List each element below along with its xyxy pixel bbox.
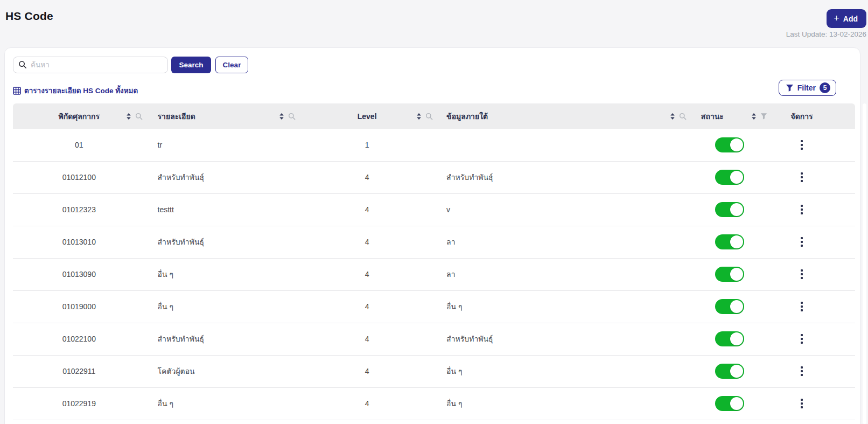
content-card: Search Clear ตารางรายละเอียด HS Code ทั้… — [4, 47, 860, 424]
sort-icon[interactable] — [670, 113, 675, 120]
toggle-knob — [730, 171, 743, 184]
status-toggle[interactable] — [715, 137, 744, 152]
clear-button[interactable]: Clear — [215, 57, 248, 73]
cell-level: 4 — [298, 290, 436, 323]
kebab-menu-icon[interactable] — [797, 203, 806, 217]
cell-hs-code: 01022911 — [13, 355, 145, 387]
column-search-icon[interactable] — [288, 113, 296, 120]
cell-level: 4 — [298, 258, 436, 290]
column-label: สถานะ — [701, 112, 724, 121]
toggle-knob — [730, 397, 743, 410]
column-filter-icon[interactable] — [760, 113, 767, 120]
plus-icon: + — [834, 13, 839, 23]
cell-actions — [770, 226, 855, 258]
cell-level: 4 — [298, 193, 436, 226]
cell-hs-code: 01019000 — [13, 290, 145, 323]
cell-status — [689, 193, 770, 226]
add-button[interactable]: + Add — [827, 9, 866, 28]
status-toggle[interactable] — [715, 299, 744, 314]
kebab-menu-icon[interactable] — [797, 235, 806, 249]
add-button-label: Add — [843, 15, 858, 23]
column-search-icon[interactable] — [135, 113, 143, 120]
cell-under: อื่น ๆ — [436, 355, 689, 387]
toggle-knob — [730, 235, 743, 248]
cell-hs-code: 01012100 — [13, 161, 145, 193]
cell-level: 4 — [298, 161, 436, 193]
status-toggle[interactable] — [715, 170, 744, 185]
cell-under: ลา — [436, 226, 689, 258]
column-label: รายละเอียด — [158, 112, 195, 121]
status-toggle[interactable] — [715, 202, 744, 217]
column-header-under[interactable]: ข้อมูลภายใต้ — [436, 103, 689, 129]
column-label: ข้อมูลภายใต้ — [446, 112, 488, 121]
cell-hs-code: 01012323 — [13, 193, 145, 226]
cell-status — [689, 161, 770, 193]
column-header-manage: จัดการ — [770, 103, 855, 129]
table-row: 01022100 สำหรับทำพันธุ์ 4 สำหรับทำพันธุ์ — [13, 323, 855, 355]
kebab-menu-icon[interactable] — [797, 397, 806, 411]
cell-hs-code: 01013010 — [13, 226, 145, 258]
cell-actions — [770, 129, 855, 161]
toggle-knob — [730, 365, 743, 378]
cell-status — [689, 129, 770, 161]
cell-status — [689, 387, 770, 420]
cell-level: 4 — [298, 226, 436, 258]
table-toolbar: ตารางรายละเอียด HS Code ทั้งหมด Filter 5 — [13, 80, 855, 97]
cell-hs-code: 01022919 — [13, 387, 145, 420]
toggle-knob — [730, 300, 743, 313]
status-toggle[interactable] — [715, 267, 744, 282]
cell-description: อื่น ๆ — [145, 258, 299, 290]
table-detail-link[interactable]: ตารางรายละเอียด HS Code ทั้งหมด — [13, 85, 138, 96]
top-bar: HS Code + Add Last Update: 13-02-2026 — [0, 0, 868, 47]
filter-button-label: Filter — [797, 84, 816, 92]
kebab-menu-icon[interactable] — [797, 332, 806, 346]
column-header-level[interactable]: Level — [298, 103, 436, 129]
cell-actions — [770, 290, 855, 323]
cell-description: อื่น ๆ — [145, 387, 299, 420]
table-row: 01013090 อื่น ๆ 4 ลา — [13, 258, 855, 290]
toggle-knob — [730, 138, 743, 151]
toggle-knob — [730, 203, 743, 216]
last-update-text: Last Update: 13-02-2026 — [786, 30, 866, 38]
cell-description: โคตัวผู้ตอน — [145, 355, 299, 387]
scrollbar[interactable] — [863, 103, 866, 424]
sort-icon[interactable] — [126, 113, 131, 120]
column-label: พิกัดศุลกากร — [58, 112, 100, 121]
kebab-menu-icon[interactable] — [797, 170, 806, 184]
status-toggle[interactable] — [715, 364, 744, 379]
toggle-knob — [730, 332, 743, 345]
cell-description: สำหรับทำพันธุ์ — [145, 226, 299, 258]
table-row: 01 tr 1 — [13, 129, 855, 161]
cell-level: 4 — [298, 387, 436, 420]
column-search-icon[interactable] — [679, 113, 687, 120]
filter-count-badge: 5 — [820, 82, 830, 93]
status-toggle[interactable] — [715, 331, 744, 346]
kebab-menu-icon[interactable] — [797, 267, 806, 281]
status-toggle[interactable] — [715, 396, 744, 411]
sort-icon[interactable] — [279, 113, 284, 120]
filter-button[interactable]: Filter 5 — [779, 80, 836, 96]
kebab-menu-icon[interactable] — [797, 138, 806, 152]
search-box — [13, 57, 168, 73]
cell-level: 4 — [298, 323, 436, 355]
sort-icon[interactable] — [416, 113, 422, 120]
kebab-menu-icon[interactable] — [797, 364, 806, 378]
kebab-menu-icon[interactable] — [797, 300, 806, 314]
table-row: 01019000 อื่น ๆ 4 อื่น ๆ — [13, 290, 855, 323]
column-header-hs-code[interactable]: พิกัดศุลกากร — [13, 103, 145, 129]
cell-under: สำหรับทำพันธุ์ — [436, 323, 689, 355]
search-input[interactable] — [13, 57, 168, 73]
column-header-description[interactable]: รายละเอียด — [145, 103, 299, 129]
cell-actions — [770, 258, 855, 290]
page-title: HS Code — [5, 10, 53, 23]
search-row: Search Clear — [13, 57, 855, 73]
column-search-icon[interactable] — [425, 113, 433, 120]
column-header-status[interactable]: สถานะ — [689, 103, 770, 129]
search-button[interactable]: Search — [171, 57, 211, 73]
table-row: 01013010 สำหรับทำพันธุ์ 4 ลา — [13, 226, 855, 258]
cell-hs-code: 01013090 — [13, 258, 145, 290]
cell-status — [689, 355, 770, 387]
cell-hs-code: 01 — [13, 129, 145, 161]
sort-icon[interactable] — [751, 113, 757, 120]
status-toggle[interactable] — [715, 234, 744, 249]
